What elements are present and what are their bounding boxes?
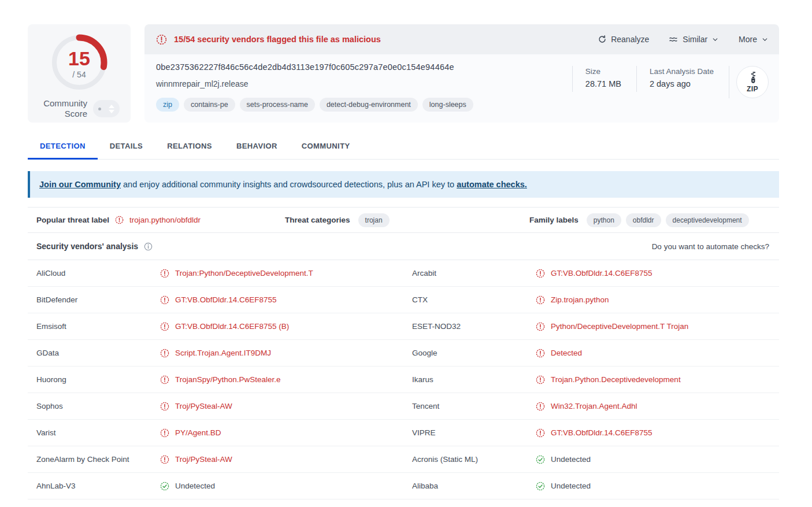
detection-result: Zip.trojan.python [536,295,609,305]
detection-result: GT:VB.ObfDldr.14.C6EF8755 (B) [160,322,289,331]
file-size: Size 28.71 MB [572,66,636,92]
result-text: TrojanSpy/Python.PwStealer.e [175,375,281,384]
threat-label-value: trojan.python/obfdldr [129,216,201,224]
vendor-name: Alibaba [403,482,536,490]
detection-result: TrojanSpy/Python.PwStealer.e [160,375,281,384]
file-summary-card: 15/54 security vendors flagged this file… [144,24,779,123]
file-details: 0be2375362227f846c56c4de2db4d3113e197f0c… [144,54,779,123]
alert-icon [536,349,545,358]
file-tag-sets-process-name[interactable]: sets-process-name [240,98,315,112]
result-text: Detected [551,349,582,357]
vendor-cell: BitDefenderGT:VB.ObfDldr.14.C6EF8755 [28,295,403,305]
vendor-name: AhnLab-V3 [28,482,160,490]
file-id-block: 0be2375362227f846c56c4de2db4d3113e197f0c… [156,62,473,123]
detection-result: Undetected [536,455,591,464]
threat-label-row: Popular threat label trojan.python/obfdl… [28,207,779,233]
tab-detection[interactable]: DETECTION [28,138,98,160]
tab-behavior[interactable]: BEHAVIOR [224,138,290,160]
check-icon [536,455,545,464]
analysis-header: Security vendors' analysis Do you want t… [28,233,779,260]
vote-dot-icon [98,108,101,110]
alert-icon [160,269,169,278]
community-score-row: Community Score [39,98,120,119]
community-vote-widget[interactable] [93,100,120,117]
result-text: Troj/PySteal-AW [175,455,232,464]
community-score-label: Community Score [39,98,87,119]
tab-details[interactable]: DETAILS [98,138,155,160]
vendor-name: Acronis (Static ML) [403,455,536,464]
detection-result: GT:VB.ObfDldr.14.C6EF8755 [536,428,652,438]
alert-icon [160,402,169,411]
vendor-cell: ZoneAlarm by Check PointTroj/PySteal-AW [28,455,403,464]
vendor-cell: AlibabaUndetected [403,482,779,491]
vendor-name: Emsisoft [28,322,160,331]
file-tag-contains-pe[interactable]: contains-pe [184,98,235,112]
filetype-label: ZIP [747,85,758,93]
detection-result: Undetected [536,482,591,491]
file-hash[interactable]: 0be2375362227f846c56c4de2db4d3113e197f0c… [156,62,473,72]
result-text: GT:VB.ObfDldr.14.C6EF8755 [551,428,652,437]
category-pill-trojan[interactable]: trojan [358,213,390,227]
alert-icon [536,269,545,278]
result-text: GT:VB.ObfDldr.14.C6EF8755 [175,295,277,304]
popular-threat-label: Popular threat label trojan.python/obfdl… [36,216,285,224]
vendor-cell: VIPREGT:VB.ObfDldr.14.C6EF8755 [403,428,779,438]
detection-result: Undetected [160,482,215,491]
family-pill-python[interactable]: python [587,213,621,227]
tab-community[interactable]: COMMUNITY [290,138,362,160]
result-text: GT:VB.ObfDldr.14.C6EF8755 [551,269,652,277]
file-tag-zip[interactable]: zip [156,98,179,112]
vendor-cell: TencentWin32.Trojan.Agent.Adhl [403,402,779,411]
detection-score-donut: 15 / 54 [47,32,111,94]
result-text: Undetected [551,455,591,464]
header-actions: Reanalyze Similar [598,35,769,44]
similar-button[interactable]: Similar [669,35,719,44]
detection-result: PY/Agent.BD [160,428,221,438]
detection-result: GT:VB.ObfDldr.14.C6EF8755 [160,295,277,305]
threat-categories: Threat categories trojan [285,213,529,227]
report-tabs: DETECTIONDETAILSRELATIONSBEHAVIORCOMMUNI… [28,138,779,160]
vendor-cell: VaristPY/Agent.BD [28,428,403,438]
alert-icon [160,455,169,464]
info-icon[interactable] [144,242,153,251]
alert-icon [160,295,169,305]
alert-icon [115,216,124,224]
vendor-name: ZoneAlarm by Check Point [28,455,160,464]
vendor-name: Sophos [28,402,160,410]
vendor-name: VIPRE [403,428,536,437]
alert-icon [536,428,545,438]
family-pill-obfdldr[interactable]: obfdldr [626,213,661,227]
join-community-link[interactable]: Join our Community [39,180,121,189]
vendor-name: Ikarus [403,375,536,384]
alert-icon [536,295,545,305]
more-button[interactable]: More [739,35,769,44]
reanalyze-button[interactable]: Reanalyze [598,35,649,44]
table-row: HuorongTrojanSpy/Python.PwStealer.eIkaru… [28,367,779,393]
vendor-cell: IkarusTrojan.Python.Deceptivedevelopment [403,375,779,384]
vendor-cell: AhnLab-V3Undetected [28,482,403,491]
vendor-name: Tencent [403,402,536,410]
detection-result: Win32.Trojan.Agent.Adhl [536,402,637,411]
file-tag-detect-debug-environment[interactable]: detect-debug-environment [320,98,418,112]
result-text: PY/Agent.BD [175,428,221,437]
vendor-name: ESET-NOD32 [403,322,536,331]
family-pill-deceptivedevelopment[interactable]: deceptivedevelopment [666,213,749,227]
file-name: winnmrepair_ml2j.release [156,79,473,88]
zip-icon [747,72,758,86]
vendor-cell: GoogleDetected [403,349,779,358]
table-row: BitDefenderGT:VB.ObfDldr.14.C6EF8755CTXZ… [28,287,779,313]
automate-checks-question-link[interactable]: Do you want to automate checks? [652,242,769,251]
vote-up-icon[interactable] [109,105,114,108]
vendor-name: BitDefender [28,295,160,304]
vote-down-icon[interactable] [109,110,114,113]
file-tag-long-sleeps[interactable]: long-sleeps [422,98,473,112]
result-text: Undetected [551,482,591,490]
chevron-down-icon [761,36,769,43]
community-banner: Join our Community and enjoy additional … [28,171,779,198]
report-header: 15 / 54 Community Score [28,24,779,123]
automate-checks-link[interactable]: automate checks. [457,180,527,189]
filetype-zip-badge: ZIP [736,66,769,98]
vendor-cell: HuorongTrojanSpy/Python.PwStealer.e [28,375,403,384]
tab-relations[interactable]: RELATIONS [155,138,224,160]
alert-icon [536,322,545,331]
